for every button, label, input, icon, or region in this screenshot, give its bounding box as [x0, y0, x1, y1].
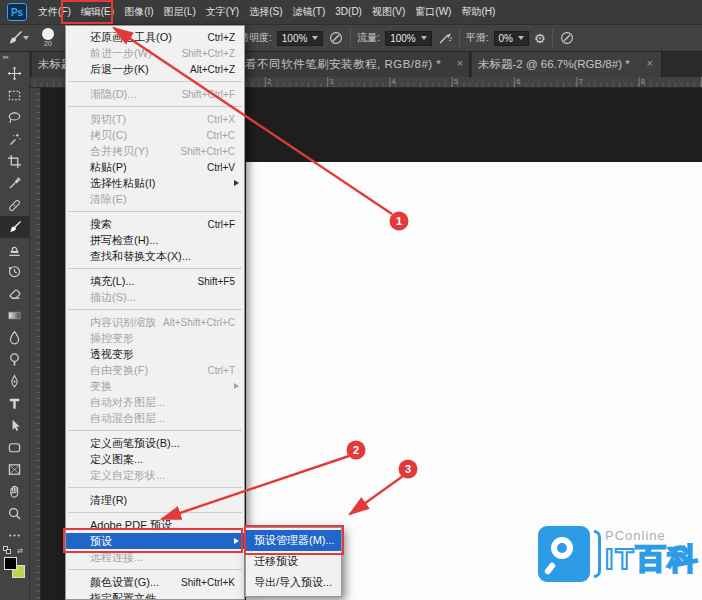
document-tab-2[interactable]: 未标题-2 @ 66.7%(RGB/8#) * × [472, 52, 662, 77]
crop-tool[interactable] [0, 150, 29, 172]
pen-tool[interactable] [0, 370, 29, 392]
menu-item[interactable]: 图层(L) [159, 0, 201, 24]
eraser-tool[interactable] [0, 282, 29, 304]
menu-item-label: 剪切(T) [90, 112, 126, 127]
menu-item[interactable]: 文件(F) [33, 0, 76, 24]
menu-item[interactable]: 颜色设置(G)...Shift+Ctrl+K [66, 574, 244, 590]
menu-item[interactable]: 预设 [66, 533, 244, 549]
dodge-tool[interactable] [0, 348, 29, 370]
menu-item[interactable]: 后退一步(K)Alt+Ctrl+Z [66, 61, 244, 77]
menu-item[interactable]: 搜索Ctrl+F [66, 216, 244, 232]
menu-item[interactable]: 内容识别缩放Alt+Shift+Ctrl+C [66, 314, 244, 330]
chevron-down-icon[interactable] [518, 36, 524, 40]
menu-item[interactable]: 透视变形 [66, 346, 244, 362]
brush-tool[interactable] [0, 216, 29, 238]
hand-tool[interactable] [0, 480, 29, 502]
menu-item[interactable]: 预设管理器(M)... [246, 530, 341, 551]
foreground-color-swatch[interactable] [4, 557, 17, 570]
brush-preset-picker[interactable] [6, 30, 23, 47]
menu-item[interactable]: 滤镜(T) [288, 0, 331, 24]
gear-icon[interactable]: ⚙ [534, 32, 546, 45]
menu-item[interactable]: 视图(V) [367, 0, 410, 24]
menu-item[interactable]: 远程连接... [66, 549, 244, 565]
chevron-down-icon[interactable] [421, 36, 427, 40]
gradient-tool[interactable] [0, 304, 29, 326]
healing-brush-tool[interactable] [0, 194, 29, 216]
frame-tool[interactable] [0, 458, 29, 480]
dodge-icon [7, 352, 22, 367]
menu-item-shortcut: Ctrl+X [207, 114, 235, 125]
menu-item[interactable]: 定义自定形状... [66, 467, 244, 483]
menu-item[interactable]: 自动对齐图层... [66, 394, 244, 410]
toolbar-collapse-icon[interactable]: ▸▸ [0, 52, 29, 62]
chevron-down-icon[interactable] [312, 36, 318, 40]
type-tool[interactable] [0, 392, 29, 414]
smoothing-value: 0% [499, 33, 513, 44]
magic-wand-tool[interactable] [0, 128, 29, 150]
menu-item[interactable]: 定义图案... [66, 451, 244, 467]
tab1-close-icon[interactable]: × [457, 57, 463, 69]
pressure-opacity-icon[interactable] [328, 30, 344, 46]
menu-item-label: 选择性粘贴(I) [90, 176, 155, 191]
menu-item[interactable]: 描边(S)... [66, 289, 244, 305]
menu-item[interactable]: 粘贴(P)Ctrl+V [66, 159, 244, 175]
menu-item[interactable]: 填充(L)...Shift+F5 [66, 273, 244, 289]
zoom-tool[interactable] [0, 502, 29, 524]
lasso-tool[interactable] [0, 106, 29, 128]
menu-item[interactable]: 清理(R) [66, 492, 244, 508]
airbrush-icon[interactable] [437, 30, 453, 46]
marquee-tool[interactable] [0, 84, 29, 106]
shape-tool[interactable] [0, 436, 29, 458]
blur-tool[interactable] [0, 326, 29, 348]
menu-item[interactable]: 拷贝(C)Ctrl+C [66, 127, 244, 143]
menu-item[interactable]: 合并拷贝(Y)Shift+Ctrl+C [66, 143, 244, 159]
menu-item[interactable]: 3D(D) [330, 0, 367, 24]
menu-item[interactable]: 还原画笔工具(O)Ctrl+Z [66, 29, 244, 45]
opacity-field[interactable]: 100% [277, 31, 324, 46]
menu-item[interactable]: 定义画笔预设(B)... [66, 435, 244, 451]
menu-item[interactable]: 前进一步(W)Shift+Ctrl+Z [66, 45, 244, 61]
menu-item[interactable]: 拼写检查(H)... [66, 232, 244, 248]
menu-item-shortcut: Ctrl+V [207, 162, 235, 173]
history-brush-icon [7, 264, 22, 279]
menu-item[interactable]: 渐隐(D)...Shift+Ctrl+F [66, 86, 244, 102]
menu-item[interactable]: 操控变形 [66, 330, 244, 346]
chevron-down-icon[interactable] [23, 36, 29, 40]
marquee-icon [7, 88, 22, 103]
history-brush-tool[interactable] [0, 260, 29, 282]
smoothing-field[interactable]: 0% [494, 31, 529, 46]
pressure-size-icon[interactable] [559, 30, 575, 46]
brush-size-preview[interactable]: 20 [37, 28, 59, 48]
menu-item-label: 透视变形 [90, 347, 134, 362]
menu-item[interactable]: 帮助(H) [456, 0, 500, 24]
tab2-close-icon[interactable]: × [647, 57, 653, 69]
move-tool[interactable] [0, 62, 29, 84]
menu-item-label: 粘贴(P) [90, 160, 127, 175]
menu-edit-active[interactable]: 编辑(E) [76, 0, 119, 24]
submenu-arrow-icon [234, 180, 239, 186]
flow-field[interactable]: 100% [385, 31, 432, 46]
menu-item[interactable]: 剪切(T)Ctrl+X [66, 111, 244, 127]
menu-item[interactable]: 清除(E) [66, 191, 244, 207]
eyedropper-tool[interactable] [0, 172, 29, 194]
menu-item[interactable]: 变换 [66, 378, 244, 394]
menu-item[interactable]: 指定配置文件... [66, 590, 244, 600]
menu-item[interactable]: 选择性粘贴(I) [66, 175, 244, 191]
clone-stamp-tool[interactable] [0, 238, 29, 260]
menu-item[interactable]: 自动混合图层... [66, 410, 244, 426]
menu-item[interactable]: 导出/导入预设... [246, 572, 341, 593]
menu-item[interactable]: 窗口(W) [410, 0, 456, 24]
swap-colors-icon[interactable]: ⇄ [17, 547, 23, 555]
menu-item[interactable]: 图像(I) [119, 0, 158, 24]
menu-item[interactable]: 选择(S) [244, 0, 287, 24]
menu-item[interactable]: 迁移预设 [246, 551, 341, 572]
menu-item[interactable]: 文字(Y) [201, 0, 244, 24]
menu-item[interactable]: 查找和替换文本(X)... [66, 248, 244, 264]
path-selection-tool[interactable] [0, 414, 29, 436]
edit-toolbar-button[interactable] [0, 524, 29, 546]
menu-item[interactable]: Adobe PDF 预设... [66, 517, 244, 533]
gradient-icon [7, 308, 22, 323]
default-colors-icon[interactable] [3, 546, 12, 555]
menu-item-label: 指定配置文件... [90, 591, 165, 600]
menu-item[interactable]: 自由变换(F)Ctrl+T [66, 362, 244, 378]
